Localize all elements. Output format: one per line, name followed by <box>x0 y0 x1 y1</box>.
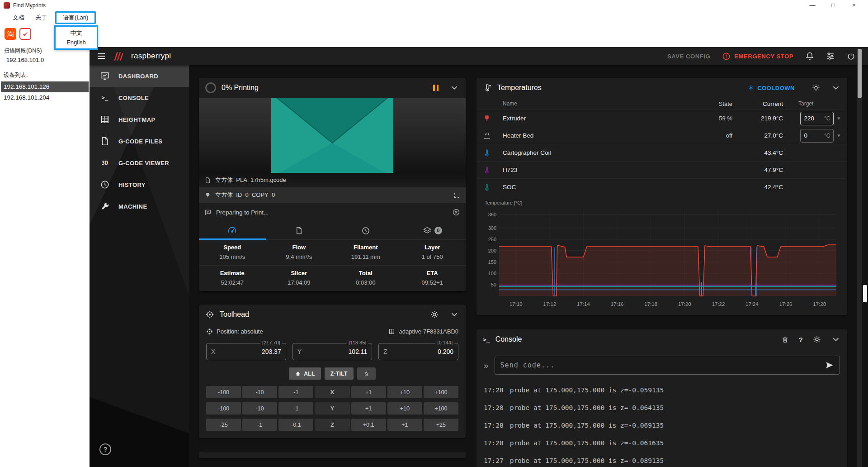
edge-scroll-marker <box>863 285 867 302</box>
svg-text:150: 150 <box>488 259 496 265</box>
menu-docs[interactable]: 文档 <box>7 12 30 24</box>
clear-message-icon[interactable] <box>452 208 460 216</box>
emergency-stop-button[interactable]: EMERGENCY STOP <box>722 52 793 61</box>
jog-button[interactable]: -1 <box>278 386 313 398</box>
jog-button[interactable]: +1 <box>351 386 386 398</box>
help-icon[interactable]: ? <box>799 336 803 343</box>
collapse-chevron-icon[interactable] <box>831 334 841 344</box>
red-app-icon[interactable] <box>19 28 31 40</box>
hamburger-menu-icon[interactable] <box>97 52 106 61</box>
jog-button[interactable]: -100 <box>206 386 241 398</box>
preset-dropdown-icon[interactable]: ▾ <box>837 115 840 121</box>
taobao-icon[interactable]: 淘 <box>5 28 16 40</box>
motors-off-button[interactable] <box>357 367 376 380</box>
axis-x-field[interactable]: X 203.37 [217.70] <box>206 343 286 360</box>
chart-title: Temperature [°C] <box>485 200 840 205</box>
jog-button[interactable]: +1 <box>351 402 386 415</box>
jog-button[interactable]: +10 <box>387 386 422 398</box>
expand-macros-icon[interactable]: » <box>484 361 489 370</box>
language-option-chinese[interactable]: 中文 <box>56 28 97 38</box>
sensor-row-soc: SOC 42.4°C <box>476 178 847 195</box>
ui-settings-icon[interactable] <box>826 52 835 61</box>
speedometer-icon <box>227 226 237 235</box>
send-icon[interactable] <box>825 361 834 370</box>
sidebar-item-label: DASHBOARD <box>118 73 158 80</box>
sidebar-item-history[interactable]: HISTORY <box>90 174 189 195</box>
console-input[interactable] <box>500 361 821 369</box>
jog-button[interactable]: +100 <box>424 402 458 415</box>
axis-z-field[interactable]: Z 0.200 [0.144] <box>378 343 458 360</box>
sidebar-item-console[interactable]: >_ CONSOLE <box>90 87 189 109</box>
maximize-button[interactable]: □ <box>823 0 844 11</box>
jog-button[interactable]: +100 <box>424 386 458 398</box>
extruder-target-field[interactable]: °C <box>800 112 834 125</box>
sidebar-item-gcode-viewer[interactable]: 3D G-CODE VIEWER <box>90 152 189 174</box>
svg-text:100: 100 <box>488 271 496 276</box>
heater-bed-target-input[interactable] <box>804 132 820 139</box>
power-icon[interactable] <box>847 52 855 61</box>
alert-circle-icon <box>722 52 731 61</box>
preset-dropdown-icon[interactable]: ▾ <box>837 133 840 138</box>
log-line: 17:28probe at 175.000,175.000 is z=-0.06… <box>484 434 840 452</box>
minimize-button[interactable]: — <box>802 0 823 11</box>
toolhead-card: Toolhead <box>199 305 466 438</box>
help-button[interactable]: ? <box>99 443 111 455</box>
home-all-button[interactable]: ALL <box>289 367 321 380</box>
device-item[interactable]: 192.168.101.126 <box>1 81 89 92</box>
thermometer-icon <box>483 83 492 92</box>
collapse-chevron-icon[interactable] <box>449 310 459 319</box>
svg-text:17:26: 17:26 <box>779 301 793 307</box>
svg-text:250: 250 <box>488 237 496 242</box>
scrollbar-thumb[interactable] <box>858 49 862 98</box>
close-button[interactable]: × <box>844 0 864 11</box>
tab-layers[interactable]: 0 <box>399 222 466 239</box>
svg-text:50: 50 <box>491 282 496 287</box>
menu-about[interactable]: 关于 <box>30 12 52 24</box>
jog-button[interactable]: +0.1 <box>351 419 386 431</box>
position-mode: Position: absolute <box>217 328 263 335</box>
sidebar-item-heightmap[interactable]: HEIGHTMAP <box>90 109 189 130</box>
cooldown-button[interactable]: COOLDOWN <box>748 85 795 91</box>
save-config-button[interactable]: SAVE CONFIG <box>667 53 710 60</box>
page-scrollbar[interactable] <box>857 47 862 467</box>
jog-button[interactable]: -10 <box>242 386 277 398</box>
jog-button[interactable]: -10 <box>242 402 277 415</box>
menu-language[interactable]: 语言(Lan) <box>55 11 96 24</box>
exclude-object-icon[interactable] <box>453 192 460 199</box>
collapse-chevron-icon[interactable] <box>449 83 459 93</box>
heater-bed-target-field[interactable]: °C <box>800 129 834 143</box>
sensor-row-extruder: Extruder 59 % 219.9°C °C ▾ <box>476 110 847 127</box>
language-option-english[interactable]: English <box>56 38 97 47</box>
jog-axis-label: Z <box>315 419 349 431</box>
app-icon <box>4 2 10 9</box>
axis-y-field[interactable]: Y 102.11 [113.85] <box>292 343 373 360</box>
jog-button[interactable]: -1 <box>278 402 313 415</box>
ztilt-button[interactable]: Z-TILT <box>325 367 354 380</box>
gear-icon[interactable] <box>812 84 820 92</box>
jog-button[interactable]: +25 <box>424 419 458 431</box>
jog-button[interactable]: -0.1 <box>278 419 313 431</box>
temperature-table-header: Name State Current Target <box>476 98 847 110</box>
collapse-chevron-icon[interactable] <box>831 83 841 93</box>
sidebar-item-dashboard[interactable]: DASHBOARD <box>90 65 189 87</box>
stat-filament: Filament 191.11 mm <box>332 244 399 260</box>
gear-icon[interactable] <box>813 335 821 343</box>
extruder-target-input[interactable] <box>804 115 820 122</box>
sidebar-item-machine[interactable]: MACHINE <box>90 195 189 217</box>
jog-button[interactable]: -1 <box>242 419 277 431</box>
device-item[interactable]: 192.168.101.204 <box>1 92 89 103</box>
mainsail-logo-icon <box>112 50 125 62</box>
jog-button[interactable]: +10 <box>387 402 422 415</box>
gear-icon[interactable] <box>430 310 439 319</box>
tab-file[interactable] <box>266 222 333 239</box>
jog-button[interactable]: +1 <box>387 419 422 431</box>
jog-button[interactable]: -100 <box>206 402 241 415</box>
console-command-box <box>495 356 840 375</box>
trash-icon[interactable] <box>781 336 789 343</box>
jog-button[interactable]: -25 <box>206 419 241 431</box>
tab-speed[interactable] <box>199 222 266 239</box>
notifications-bell-icon[interactable] <box>805 52 814 61</box>
sidebar-item-gcode-files[interactable]: G-CODE FILES <box>90 130 189 152</box>
tab-history[interactable] <box>332 222 399 239</box>
pause-button[interactable] <box>433 85 439 91</box>
